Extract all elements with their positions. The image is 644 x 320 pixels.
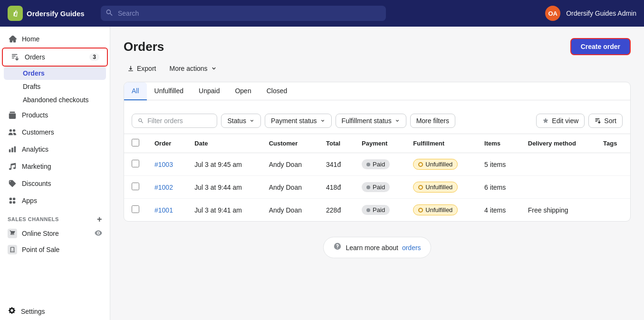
subnav-orders-label: Orders [23,69,45,77]
unfulfilled-ring [418,162,423,167]
more-filters-button[interactable]: More filters [410,114,455,128]
col-fulfillment: Fulfillment [405,134,477,153]
edit-view-label: Edit view [552,117,578,125]
status-filter-button[interactable]: Status [221,114,261,128]
filter-orders-input[interactable] [147,117,211,125]
marketing-icon [8,162,17,171]
fulfillment-status-filter-button[interactable]: Fulfillment status [336,114,406,128]
row-2-payment-badge: Paid [362,182,390,192]
orders-badge: 3 [89,53,99,61]
row-3-delivery: Free shipping [520,199,596,222]
sidebar-item-apps[interactable]: Apps [0,192,110,209]
payment-status-filter-button[interactable]: Payment status [265,114,332,128]
sidebar: Home Orders 3 Orders Drafts Abandoned ch… [0,27,110,320]
row-2-payment-label: Paid [373,184,385,191]
sidebar-item-orders[interactable]: Orders 3 [2,48,108,67]
sidebar-item-settings[interactable]: Settings [0,302,110,320]
sidebar-item-products[interactable]: Products [0,107,110,124]
top-nav-right: OA Ordersify Guides Admin [545,6,636,21]
sidebar-analytics-label: Analytics [22,145,48,153]
tab-closed[interactable]: Closed [259,82,295,100]
pos-icon [8,245,17,254]
sidebar-orders-label: Orders [25,53,45,61]
orders-icon [10,52,20,62]
sales-channels-section: SALES CHANNELS + [0,209,110,225]
unfulfilled-ring [418,208,423,213]
orders-table-container: All Unfulfilled Unpaid Open Closed Statu… [124,82,631,222]
user-name: Ordersify Guides Admin [566,10,636,17]
col-date: Date [187,134,261,153]
filter-search-container [132,114,217,128]
sort-button[interactable]: Sort [588,114,623,128]
sidebar-item-discounts[interactable]: Discounts [0,175,110,192]
tab-open[interactable]: Open [227,82,259,100]
avatar[interactable]: OA [545,6,560,21]
row-1-total: 341đ [318,153,354,176]
tab-all[interactable]: All [124,82,147,100]
paid-dot [366,163,370,166]
settings-icon [8,306,16,316]
create-order-button[interactable]: Create order [570,38,631,55]
shopify-icon [8,6,23,21]
more-actions-button[interactable]: More actions [165,63,221,74]
filter-search-icon [138,117,144,124]
col-customer: Customer [261,134,318,153]
col-tags: Tags [596,134,630,153]
row-1-items: 5 items [477,153,520,176]
sidebar-item-online-store[interactable]: Online Store [0,225,110,242]
order-3-link[interactable]: #1001 [154,206,173,214]
payment-status-label: Payment status [271,117,317,125]
select-all-checkbox[interactable] [132,139,139,146]
subnav-orders[interactable]: Orders [4,67,106,80]
sidebar-item-marketing[interactable]: Marketing [0,158,110,175]
subnav-abandoned[interactable]: Abandoned checkouts [0,93,110,107]
status-chevron-icon [249,118,255,124]
subnav-drafts[interactable]: Drafts [0,80,110,93]
learn-more-link[interactable]: orders [402,244,421,252]
export-button[interactable]: Export [124,63,160,74]
order-1-link[interactable]: #1003 [154,161,173,168]
top-navigation: Ordersify Guides OA Ordersify Guides Adm… [0,0,644,27]
row-3-tags [596,199,630,222]
row-3-checkbox[interactable] [132,205,139,213]
add-channel-button[interactable]: + [97,215,102,223]
row-2-checkbox[interactable] [132,183,139,190]
col-payment: Payment [354,134,405,153]
tab-unpaid[interactable]: Unpaid [191,82,227,100]
layout: Home Orders 3 Orders Drafts Abandoned ch… [0,27,644,320]
subnav-abandoned-label: Abandoned checkouts [23,96,89,104]
sidebar-customers-label: Customers [22,128,54,136]
sidebar-item-customers[interactable]: Customers [0,124,110,141]
col-total: Total [318,134,354,153]
row-2-fulfillment-badge: Unfulfilled [413,182,458,193]
row-1-payment-badge: Paid [362,159,390,169]
sidebar-item-analytics[interactable]: Analytics [0,141,110,158]
row-1-delivery [520,153,596,176]
row-2-delivery [520,176,596,199]
order-2-link[interactable]: #1002 [154,184,173,191]
tab-unfulfilled[interactable]: Unfulfilled [147,82,191,100]
sidebar-item-home[interactable]: Home [0,30,110,48]
sidebar-marketing-label: Marketing [22,163,51,170]
sort-icon [595,117,601,124]
visibility-icon[interactable] [95,229,102,238]
sidebar-item-pos[interactable]: Point of Sale [0,242,110,258]
products-icon [8,110,17,120]
actions-bar: Export More actions [124,63,631,74]
row-1-checkbox[interactable] [132,160,139,167]
page-header: Orders Create order [124,38,631,55]
orders-subnav: Orders Drafts Abandoned checkouts [0,67,110,107]
edit-view-button[interactable]: Edit view [536,114,585,128]
row-3-fulfillment-label: Unfulfilled [425,206,452,213]
search-container [101,6,386,21]
pos-label: Point of Sale [22,246,59,253]
order-tabs: All Unfulfilled Unpaid Open Closed [124,82,630,100]
brand-logo[interactable]: Ordersify Guides [8,6,93,21]
row-2-date: Jul 3 at 9:44 am [187,176,261,199]
export-label: Export [137,65,156,72]
more-actions-label: More actions [169,65,207,72]
star-icon [542,117,549,124]
apps-icon [8,196,17,205]
table-header: Order Date Customer Total Payment Fulfil… [124,134,630,153]
search-input[interactable] [101,6,386,21]
